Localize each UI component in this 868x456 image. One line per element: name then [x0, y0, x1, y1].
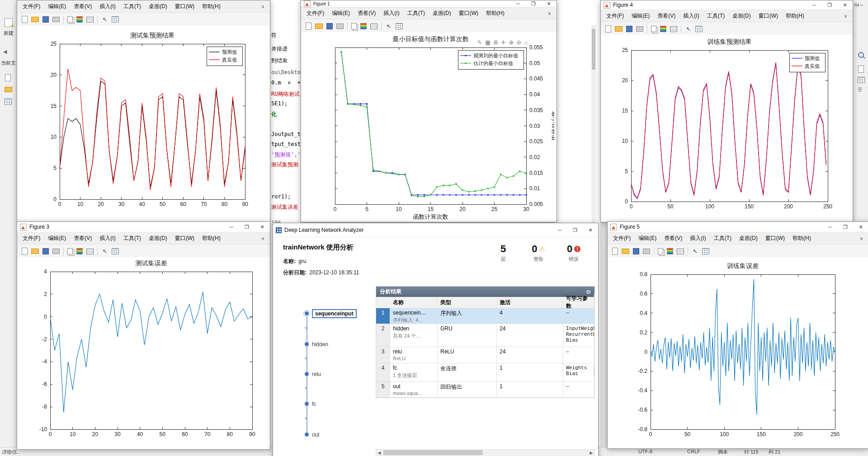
new-figure-icon[interactable]: [306, 23, 311, 30]
print-figure-icon[interactable]: [52, 249, 60, 254]
save-figure-icon[interactable]: [633, 248, 639, 254]
copy-figure-icon[interactable]: [651, 26, 656, 32]
close-button[interactable]: ✕: [583, 223, 598, 237]
layer-node-out[interactable]: out: [305, 431, 320, 438]
save-figure-icon[interactable]: [326, 23, 333, 29]
scroll-left-icon[interactable]: ◀: [376, 451, 382, 455]
insert-colorbar-icon[interactable]: [76, 16, 83, 23]
scrollbar-thumb[interactable]: [383, 450, 483, 455]
insert-legend-icon[interactable]: [370, 24, 377, 29]
insert-legend-icon[interactable]: [86, 17, 94, 23]
menu-item-view[interactable]: 查看(V): [657, 12, 675, 20]
edit-plot-icon[interactable]: ↖: [101, 16, 108, 23]
document-icon[interactable]: [858, 66, 864, 73]
horizontal-scrollbar[interactable]: ◀ ▶: [376, 449, 595, 456]
menu-item-view[interactable]: 查看(V): [74, 3, 92, 10]
property-inspector-icon[interactable]: [702, 248, 709, 254]
copy-figure-icon[interactable]: [67, 248, 73, 254]
menu-item-help[interactable]: 帮助(H): [202, 3, 221, 10]
save-figure-icon[interactable]: [42, 248, 49, 254]
menu-item-window[interactable]: 窗口(W): [175, 235, 194, 242]
brush-icon[interactable]: ✎: [477, 39, 482, 46]
pan-icon[interactable]: ✛: [501, 39, 506, 46]
minimize-button[interactable]: ─: [807, 0, 822, 9]
line-indicator[interactable]: 行 115: [744, 449, 759, 456]
menu-item-desktop[interactable]: 桌面(D): [149, 235, 167, 242]
property-inspector-icon[interactable]: [396, 23, 403, 29]
copy-figure-icon[interactable]: [658, 248, 663, 254]
menu-item-tools[interactable]: 工具(T): [123, 3, 141, 10]
new-figure-icon[interactable]: [605, 25, 611, 33]
scrollbar-thumb[interactable]: [592, 29, 595, 70]
insert-colorbar-icon[interactable]: [360, 23, 367, 29]
menu-item-desktop[interactable]: 桌面(D): [732, 12, 751, 20]
menu-item-tools[interactable]: 工具(T): [714, 235, 731, 242]
menu-item-window[interactable]: 窗口(W): [765, 235, 785, 242]
menu-item-insert[interactable]: 插入(I): [99, 3, 115, 10]
insert-legend-icon[interactable]: [670, 26, 677, 32]
menu-overflow-icon[interactable]: ∨: [548, 11, 551, 16]
minimize-button[interactable]: ─: [224, 222, 239, 232]
search-icon[interactable]: [858, 52, 864, 58]
minimize-button[interactable]: ─: [552, 223, 567, 237]
layer-node-sequenceinput[interactable]: sequenceinput: [305, 310, 357, 317]
menu-item-tools[interactable]: 工具(T): [707, 12, 725, 20]
copy-figure-icon[interactable]: [67, 16, 73, 23]
new-script-icon[interactable]: [5, 18, 13, 27]
menu-item-file[interactable]: 文件(F): [606, 12, 624, 20]
new-figure-icon[interactable]: [22, 248, 28, 255]
menu-overflow-icon[interactable]: ∨: [261, 4, 264, 9]
menu-item-file[interactable]: 文件(F): [23, 235, 40, 242]
menu-item-help[interactable]: 帮助(H): [793, 235, 811, 242]
layout-icon[interactable]: [858, 77, 865, 83]
menu-item-edit[interactable]: 编辑(E): [48, 3, 66, 10]
menu-item-view[interactable]: 查看(V): [664, 235, 682, 242]
menu-item-window[interactable]: 窗口(W): [175, 3, 194, 10]
menu-item-window[interactable]: 窗口(W): [759, 12, 778, 20]
insert-colorbar-icon[interactable]: [667, 248, 673, 254]
insert-colorbar-icon[interactable]: [660, 26, 666, 32]
save-figure-icon[interactable]: [42, 16, 49, 23]
property-inspector-icon[interactable]: [112, 248, 119, 254]
menu-overflow-icon[interactable]: ∨: [860, 236, 863, 241]
table-row-out[interactable]: 5 outmean-squa… 回归输出 1 —: [376, 382, 594, 398]
rotate-icon[interactable]: ⊞: [494, 39, 498, 46]
print-figure-icon[interactable]: [52, 17, 60, 22]
analysis-results-header[interactable]: 分析结果 ⊖: [376, 287, 594, 297]
property-inspector-icon[interactable]: [695, 26, 703, 32]
scroll-right-icon[interactable]: ▶: [588, 451, 594, 455]
workspace-icon[interactable]: [5, 99, 12, 105]
minimize-button[interactable]: ─: [822, 222, 838, 232]
menu-item-file[interactable]: 文件(F): [307, 9, 324, 17]
open-file-icon[interactable]: [622, 249, 629, 254]
table-row-sequenceinput[interactable]: 1 sequencein…序列输入: 4… 序列输入 4 —: [376, 308, 594, 324]
home-icon[interactable]: ⌂: [524, 39, 528, 46]
close-button[interactable]: ✕: [837, 0, 853, 9]
print-figure-icon[interactable]: [336, 24, 344, 29]
zoom-out-icon[interactable]: ⊖: [517, 39, 521, 46]
close-button[interactable]: ✕: [541, 0, 557, 7]
menu-item-file[interactable]: 文件(F): [613, 235, 631, 242]
menu-overflow-icon[interactable]: ∨: [261, 236, 264, 241]
list-icon[interactable]: ☰: [858, 87, 862, 93]
encoding-indicator[interactable]: UTF-8: [638, 449, 652, 454]
open-file-icon[interactable]: [315, 24, 323, 29]
menu-item-insert[interactable]: 插入(I): [99, 235, 115, 242]
menu-item-edit[interactable]: 编辑(E): [632, 12, 650, 20]
layer-node-hidden[interactable]: hidden: [305, 341, 328, 348]
save-figure-icon[interactable]: [626, 26, 632, 32]
menu-item-view[interactable]: 查看(V): [358, 9, 376, 17]
print-figure-icon[interactable]: [643, 249, 650, 254]
edit-plot-icon[interactable]: ↖: [685, 26, 692, 32]
edit-plot-icon[interactable]: ↖: [692, 248, 698, 254]
maximize-button[interactable]: ❐: [526, 0, 541, 7]
menu-item-help[interactable]: 帮助(H): [786, 12, 804, 20]
copy-figure-icon[interactable]: [351, 23, 357, 29]
minimize-button[interactable]: ─: [510, 0, 526, 7]
menu-item-insert[interactable]: 插入(I): [683, 12, 699, 20]
property-inspector-icon[interactable]: [112, 16, 119, 23]
menu-item-desktop[interactable]: 桌面(D): [149, 3, 167, 10]
open-file-icon[interactable]: [615, 26, 623, 32]
menu-item-tools[interactable]: 工具(T): [407, 9, 425, 17]
eol-indicator[interactable]: CRLF: [687, 449, 700, 454]
